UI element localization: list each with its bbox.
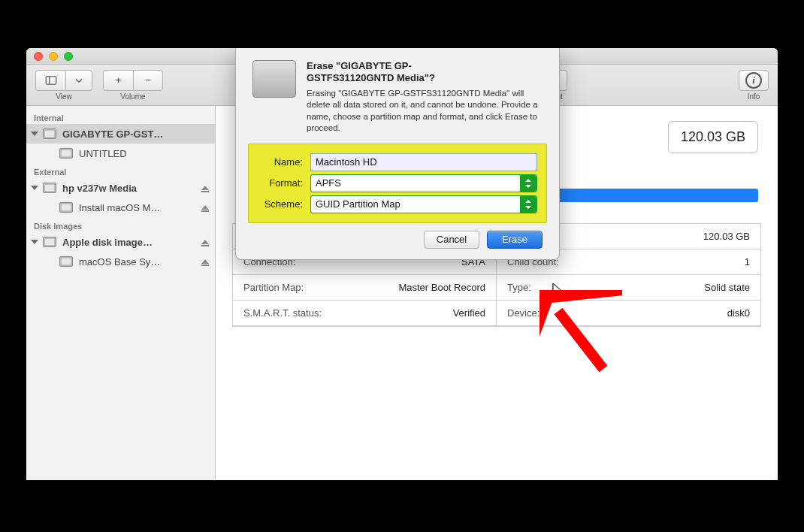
- scheme-select[interactable]: GUID Partition Map: [310, 195, 537, 213]
- add-volume-button[interactable]: +: [103, 70, 133, 91]
- sidebar-item-macos-base[interactable]: macOS Base Sy…: [26, 252, 215, 271]
- svg-rect-0: [46, 76, 56, 84]
- section-external: External: [26, 163, 215, 178]
- format-select[interactable]: APFS: [310, 174, 537, 192]
- minimize-icon[interactable]: [49, 52, 58, 61]
- scheme-label: Scheme:: [258, 198, 310, 210]
- info-value: Solid state: [704, 282, 750, 293]
- sidebar-item-label: GIGABYTE GP-GSTFS…: [62, 128, 164, 140]
- info-button[interactable]: i: [739, 70, 769, 91]
- sidebar-item-disk-image[interactable]: Apple disk image…: [26, 232, 215, 252]
- eject-icon[interactable]: [201, 205, 209, 210]
- disclosure-triangle-icon[interactable]: [31, 131, 38, 136]
- svg-line-8: [558, 311, 603, 369]
- dialog-description: Erasing "GIGABYTE GP-GSTFS31120GNTD Medi…: [307, 88, 543, 135]
- format-label: Format:: [258, 177, 310, 189]
- name-label: Name:: [258, 156, 310, 168]
- updown-icon: [520, 175, 537, 192]
- capacity-badge: 120.03 GB: [668, 121, 758, 153]
- info-key: Device:: [507, 307, 540, 319]
- disclosure-triangle-icon[interactable]: [31, 186, 38, 190]
- eject-icon[interactable]: [201, 186, 209, 190]
- remove-volume-button[interactable]: −: [133, 70, 163, 91]
- sidebar-item-label: macOS Base Sy…: [79, 256, 160, 268]
- updown-icon: [520, 196, 537, 213]
- sidebar-item-label: hp v237w Media: [62, 183, 137, 194]
- view-label: View: [56, 92, 72, 101]
- disk-icon: [43, 237, 56, 247]
- zoom-icon[interactable]: [64, 52, 73, 61]
- volume-icon: [59, 202, 73, 213]
- sidebar-icon: [44, 74, 58, 87]
- info-key: Type:: [507, 282, 531, 293]
- sidebar-item-untitled[interactable]: UNTITLED: [26, 144, 215, 163]
- sidebar-item-internal-disk[interactable]: GIGABYTE GP-GSTFS…: [26, 124, 215, 144]
- info-value: disk0: [727, 307, 750, 319]
- sidebar-item-label: Install macOS M…: [79, 202, 160, 213]
- sidebar: Internal GIGABYTE GP-GSTFS… UNTITLED Ext…: [26, 106, 216, 480]
- window-controls: [26, 52, 73, 61]
- volume-icon: [59, 256, 73, 267]
- name-input[interactable]: [310, 153, 537, 171]
- volume-icon: [59, 148, 73, 159]
- sidebar-item-label: Apple disk image…: [62, 237, 153, 248]
- info-value: 1: [745, 256, 750, 268]
- eject-icon[interactable]: [201, 240, 209, 244]
- view-dropdown-button[interactable]: [65, 70, 92, 91]
- info-icon: i: [745, 72, 762, 89]
- sidebar-item-install-macos[interactable]: Install macOS M…: [26, 198, 215, 217]
- info-key: S.M.A.R.T. status:: [243, 307, 322, 319]
- disk-icon: [252, 60, 296, 98]
- disk-icon: [43, 183, 56, 193]
- scheme-value: GUID Partition Map: [316, 198, 400, 210]
- disclosure-triangle-icon[interactable]: [31, 240, 38, 244]
- disk-utility-window: Disk Utility View + − Volume: [26, 48, 778, 480]
- info-value: Verified: [453, 307, 485, 319]
- view-sidebar-button[interactable]: [35, 70, 65, 91]
- chevron-down-icon: [72, 74, 86, 87]
- sidebar-item-external-disk[interactable]: hp v237w Media: [26, 178, 215, 198]
- close-icon[interactable]: [34, 52, 43, 61]
- format-value: APFS: [316, 177, 341, 189]
- erase-button[interactable]: Erase: [487, 231, 543, 249]
- info-value: 120.03 GB: [703, 231, 750, 242]
- section-internal: Internal: [26, 109, 215, 124]
- info-label: Info: [748, 92, 760, 101]
- eject-icon[interactable]: [201, 259, 209, 264]
- disk-icon: [43, 128, 56, 139]
- dialog-title: Erase "GIGABYTE GP-GSTFS31120GNTD Media"…: [307, 60, 543, 85]
- sidebar-item-label: UNTITLED: [79, 148, 127, 159]
- info-key: Partition Map:: [243, 282, 304, 293]
- dialog-form-highlighted: Name: Format: APFS Scheme: GUID Partitio…: [248, 144, 547, 223]
- cancel-button[interactable]: Cancel: [424, 231, 479, 249]
- info-value: Master Boot Record: [398, 282, 485, 293]
- annotation-arrow-icon: [540, 290, 622, 380]
- section-disk-images: Disk Images: [26, 217, 215, 232]
- erase-dialog: Erase "GIGABYTE GP-GSTFS31120GNTD Media"…: [235, 48, 560, 260]
- volume-label: Volume: [120, 92, 145, 101]
